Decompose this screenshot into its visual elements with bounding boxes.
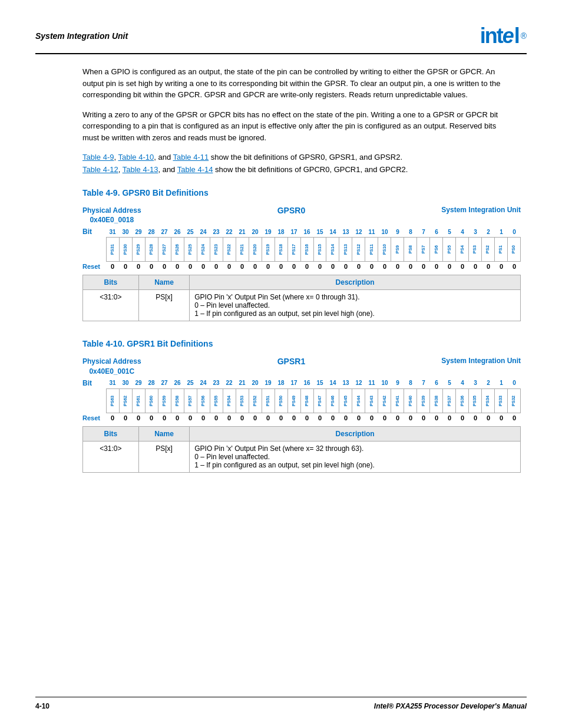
bit-cell-text: PS5 (447, 245, 452, 253)
bit-cell: PS52 (249, 389, 262, 413)
page: System Integration Unit intel® When a GP… (0, 0, 562, 728)
bit-cell-text: PS16 (305, 244, 309, 255)
bit-cell: PS18 (275, 238, 288, 261)
reset-value: 0 (132, 263, 145, 270)
link-table-4-9[interactable]: Table 4-9 (82, 153, 114, 162)
bit-cell: PS21 (236, 238, 249, 261)
header-title: System Integration Unit (35, 31, 128, 41)
reset-value: 0 (391, 263, 404, 270)
bit-number: 10 (378, 380, 391, 386)
bit-cell: PS34 (482, 389, 495, 413)
link-table-4-10[interactable]: Table 4-10 (118, 153, 154, 162)
reset-value: 0 (184, 414, 197, 421)
reset-value: 0 (417, 414, 430, 421)
bit-cell: PS39 (417, 389, 430, 413)
bit-cell-text: PS44 (356, 396, 361, 406)
bit-cell-text: PS45 (343, 396, 348, 406)
reset-value: 0 (326, 263, 339, 270)
bit-cell-text: PS48 (305, 396, 309, 406)
link-table-4-11[interactable]: Table 4-11 (173, 153, 209, 162)
bit-number: 16 (300, 229, 313, 235)
table-4-10-section: Table 4-10. GPSR1 Bit Definitions Physic… (35, 339, 527, 473)
bit-cell: PS53 (236, 389, 249, 413)
bit-cell: PS10 (378, 238, 391, 261)
bit-number: 1 (495, 229, 508, 235)
bit-number: 0 (508, 229, 521, 235)
table-4-10-bit-table: Bit 313029282726252423222120191817161514… (82, 379, 521, 426)
bit-cell: PS23 (210, 238, 223, 261)
bit-number: 11 (365, 380, 378, 386)
bit-cell: PS36 (456, 389, 469, 413)
bit-cell: PS12 (352, 238, 365, 261)
reset-value: 0 (404, 263, 417, 270)
table-4-9-reset-row: Reset 00000000000000000000000000000000 (82, 263, 521, 270)
bit-number: 26 (171, 380, 184, 386)
reset-value: 0 (197, 414, 210, 421)
reset-value: 0 (443, 263, 456, 270)
reset-value: 0 (223, 414, 236, 421)
bit-number: 19 (262, 380, 275, 386)
bit-cell-text: PS18 (279, 244, 283, 255)
bit-cell: PS40 (404, 389, 417, 413)
bit-cell-text: PS6 (434, 245, 439, 253)
bit-cell: PS48 (301, 389, 314, 413)
reset-value: 0 (275, 414, 287, 421)
reset-value: 0 (171, 414, 184, 421)
bit-cell: PS41 (391, 389, 404, 413)
bit-cell-text: PS53 (240, 396, 244, 406)
bit-cell: PS33 (495, 389, 508, 413)
bit-cell: PS20 (249, 238, 262, 261)
bit-cell-text: PS60 (149, 396, 154, 406)
bit-cell: PS29 (133, 238, 146, 261)
bit-cell: PS17 (288, 238, 301, 261)
link-table-4-13[interactable]: Table 4-13 (123, 165, 158, 174)
reset-value: 0 (287, 263, 300, 270)
link-table-4-12[interactable]: Table 4-12 (82, 165, 118, 174)
bit-number: 30 (119, 380, 132, 386)
bit-cell: PS27 (158, 238, 171, 261)
bit-cell: PS55 (210, 389, 223, 413)
table-4-9-bit-table: Bit 313029282726252423222120191817161514… (82, 228, 521, 275)
bit-cell: PS15 (314, 238, 327, 261)
reset-value: 0 (119, 414, 132, 421)
bit-cell: PS47 (314, 389, 327, 413)
reset-value: 0 (495, 263, 508, 270)
link-table-4-14[interactable]: Table 4-14 (177, 165, 213, 174)
reset-value: 0 (287, 414, 300, 421)
bit-cell-text: PS62 (123, 396, 128, 406)
bit-number: 6 (430, 229, 443, 235)
table-4-10-reset-values: 00000000000000000000000000000000 (106, 414, 521, 421)
bit-cell-text: PS52 (253, 396, 257, 406)
reset-value: 0 (482, 263, 495, 270)
bit-number: 5 (443, 380, 456, 386)
bit-cell-text: PS37 (447, 396, 452, 406)
reset-value: 0 (249, 414, 262, 421)
bit-cell-text: PS29 (136, 244, 141, 255)
reset-value: 0 (430, 414, 443, 421)
reset-value: 0 (365, 414, 378, 421)
table-4-9-bit-cells: PS31PS30PS29PS28PS27PS26PS25PS24PS23PS22… (106, 237, 521, 262)
reset-value: 0 (132, 414, 145, 421)
table-4-9-title: Table 4-9. GPSR0 Bit Definitions (82, 188, 527, 197)
bit-cell-text: PS17 (292, 244, 296, 255)
bit-cell-text: PS46 (330, 396, 335, 406)
bit-number: 29 (132, 229, 145, 235)
bit-cell: PS35 (469, 389, 482, 413)
desc-description: GPIO Pin 'x' Output Pin Set (where x= 32… (190, 441, 521, 472)
intel-logo: intel® (480, 24, 527, 48)
bit-cell: PS3 (469, 238, 482, 261)
reset-value: 0 (456, 263, 469, 270)
bit-cell: PS9 (391, 238, 404, 261)
bit-number: 28 (145, 380, 158, 386)
bit-cell: PS14 (326, 238, 339, 261)
reset-value: 0 (469, 263, 482, 270)
bit-cell: PS58 (171, 389, 184, 413)
reset-value: 0 (236, 263, 249, 270)
bit-cell: PS4 (456, 238, 469, 261)
bit-number: 25 (184, 229, 197, 235)
reset-value: 0 (378, 414, 391, 421)
bit-number: 31 (106, 380, 119, 386)
bit-cell-text: PS59 (162, 396, 167, 406)
desc-bits: <31:0> (83, 290, 139, 321)
reset-value: 0 (339, 414, 352, 421)
